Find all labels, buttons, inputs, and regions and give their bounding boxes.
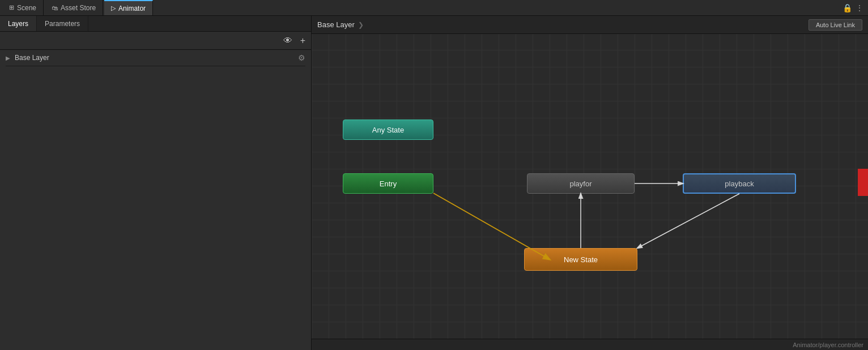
eye-button[interactable]: 👁 — [281, 35, 295, 47]
sidebar-tab-parameters[interactable]: Parameters — [37, 16, 88, 31]
playfor-node[interactable]: playfor — [527, 173, 635, 194]
layer-expand-icon: ▶ — [6, 55, 10, 61]
sidebar-toolbar: 👁 + — [0, 32, 311, 50]
main-layout: Layers Parameters 👁 + ▶ Base Layer ⚙ Bas… — [0, 16, 868, 350]
entry-node[interactable]: Entry — [343, 173, 433, 194]
animator-area[interactable]: Base Layer ❯ Auto Live Link — [312, 16, 868, 350]
menu-icon[interactable]: ⋮ — [856, 3, 863, 12]
base-layer-name: Base Layer — [15, 54, 293, 62]
animator-footer: Animator/player.controller — [312, 339, 868, 350]
new-state-node[interactable]: New State — [524, 248, 637, 271]
auto-live-link-button[interactable]: Auto Live Link — [809, 19, 862, 31]
layer-divider — [6, 66, 305, 66]
breadcrumb-arrow-icon: ❯ — [358, 21, 364, 29]
add-layer-button[interactable]: + — [298, 35, 308, 47]
base-layer-item[interactable]: ▶ Base Layer ⚙ — [0, 50, 311, 66]
scene-icon: ⊞ — [9, 4, 14, 11]
tab-asset-store[interactable]: 🛍 Asset Store — [45, 0, 103, 15]
breadcrumb-label: Base Layer — [317, 20, 355, 29]
window-controls: 🔒 ⋮ — [843, 3, 868, 12]
sidebar: Layers Parameters 👁 + ▶ Base Layer ⚙ — [0, 16, 312, 350]
animator-header: Base Layer ❯ Auto Live Link — [312, 16, 868, 34]
red-edge-indicator — [858, 169, 868, 196]
asset-store-icon: 🛍 — [52, 5, 58, 11]
tab-scene[interactable]: ⊞ Scene — [2, 0, 44, 15]
tab-bar: ⊞ Scene 🛍 Asset Store ▷ Animator 🔒 ⋮ — [0, 0, 868, 16]
any-state-node[interactable]: Any State — [343, 119, 433, 140]
lock-icon[interactable]: 🔒 — [843, 3, 852, 12]
sidebar-tab-layers[interactable]: Layers — [0, 16, 37, 31]
animator-icon: ▷ — [111, 5, 116, 12]
tab-animator[interactable]: ▷ Animator — [104, 0, 153, 15]
sidebar-tabs: Layers Parameters — [0, 16, 311, 32]
layer-settings-button[interactable]: ⚙ — [298, 53, 305, 62]
playback-node[interactable]: playback — [683, 173, 796, 194]
footer-path-label: Animator/player.controller — [793, 342, 863, 348]
